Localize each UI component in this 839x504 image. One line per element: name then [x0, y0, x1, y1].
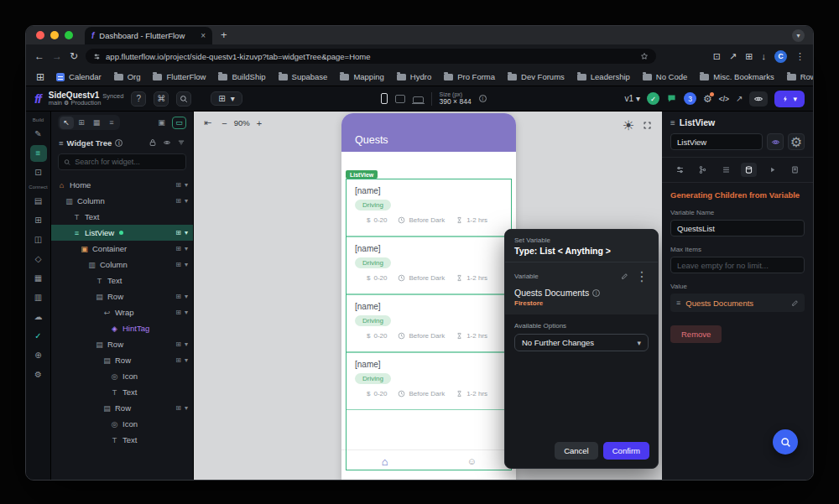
- help-button[interactable]: ?: [131, 91, 146, 107]
- fit-view-icon[interactable]: [643, 121, 652, 130]
- remove-button[interactable]: Remove: [670, 325, 722, 343]
- tree-node[interactable]: ▤ Row ⊞ ▾: [51, 336, 193, 352]
- filter-icon[interactable]: [177, 138, 185, 147]
- version-dropdown[interactable]: v1▾: [624, 94, 640, 103]
- forward-button[interactable]: →: [52, 51, 62, 61]
- tree-node[interactable]: ⌂ Home ⊞ ▾: [51, 177, 193, 193]
- widget-search-input[interactable]: [75, 158, 180, 166]
- bookmark-item[interactable]: Leadership: [577, 72, 630, 81]
- share-icon[interactable]: ↗: [729, 51, 737, 62]
- view-code-icon[interactable]: </>: [719, 95, 729, 103]
- tree-node[interactable]: ▥ Column ⊞ ▾: [51, 193, 193, 209]
- data-types-icon[interactable]: ▤: [30, 193, 47, 210]
- apps-grid-icon[interactable]: ⊞: [36, 72, 44, 82]
- tree-node[interactable]: ▤ Row ⊞ ▾: [51, 288, 193, 304]
- bookmark-item[interactable]: Supabase: [279, 72, 328, 81]
- node-menu-chevron-icon[interactable]: ▾: [185, 404, 188, 412]
- reload-button[interactable]: ↻: [70, 51, 78, 61]
- cancel-button[interactable]: Cancel: [555, 442, 598, 460]
- zoom-out-button[interactable]: −: [221, 118, 227, 128]
- tree-node[interactable]: ↩ Wrap ⊞ ▾: [51, 304, 193, 320]
- edit-variable-icon[interactable]: [621, 273, 628, 280]
- add-child-icon[interactable]: ⊞: [175, 197, 181, 205]
- storyboard-icon[interactable]: ⊡: [30, 164, 47, 181]
- variable-name-input[interactable]: [670, 220, 805, 236]
- tablet-preview-icon[interactable]: [395, 95, 405, 103]
- minimize-window-button[interactable]: [50, 31, 59, 39]
- global-search-fab[interactable]: [773, 429, 798, 455]
- add-child-icon[interactable]: ⊞: [175, 181, 181, 189]
- tree-node[interactable]: ◎ Icon ⊞ ▾: [51, 368, 193, 384]
- integrations-icon[interactable]: ◇: [30, 251, 47, 268]
- tree-node[interactable]: ▣ Container ⊞ ▾: [51, 241, 193, 257]
- desktop-preview-icon[interactable]: [413, 96, 424, 103]
- run-button[interactable]: ▾: [774, 91, 805, 107]
- select-tool-icon[interactable]: ↖: [60, 117, 74, 129]
- fullscreen-window-button[interactable]: [65, 31, 73, 39]
- tab-search-icon[interactable]: ▾: [792, 29, 805, 42]
- quest-card[interactable]: [name] Driving $0-20 Before Dark 1-2 hrs: [346, 352, 512, 410]
- tree-node[interactable]: ▤ Row ⊞ ▾: [51, 400, 193, 416]
- settings-gear-icon[interactable]: ⚙: [703, 94, 712, 104]
- max-items-input[interactable]: [670, 257, 805, 273]
- page-editor-icon[interactable]: ✎: [30, 126, 47, 143]
- widget-settings-icon[interactable]: ⚙: [788, 133, 805, 150]
- add-child-icon[interactable]: ⊞: [175, 356, 181, 364]
- address-bar[interactable]: app.flutterflow.io/project/side-questv1-…: [86, 49, 656, 64]
- flutterflow-logo[interactable]: ff: [34, 91, 41, 106]
- widget-name-input[interactable]: [670, 133, 763, 150]
- bookmark-item[interactable]: BuildShip: [218, 72, 265, 81]
- bookmark-item[interactable]: Hydro: [397, 72, 431, 81]
- visibility-icon[interactable]: [163, 138, 171, 147]
- node-menu-chevron-icon[interactable]: ▾: [185, 245, 188, 252]
- custom-functions-icon[interactable]: ▥: [30, 289, 47, 306]
- bookmark-item[interactable]: Org: [114, 72, 141, 81]
- cloud-functions-icon[interactable]: ☁: [30, 309, 47, 325]
- lock-icon[interactable]: [149, 138, 157, 147]
- animations-tab-icon[interactable]: [764, 163, 780, 177]
- tree-node[interactable]: T Text ⊞ ▾: [51, 273, 193, 288]
- settings-icon[interactable]: ⚙: [30, 366, 47, 383]
- tree-node[interactable]: ▥ Column ⊞ ▾: [51, 257, 193, 273]
- node-menu-chevron-icon[interactable]: ▾: [185, 293, 188, 300]
- node-menu-chevron-icon[interactable]: ▾: [185, 197, 188, 205]
- search-button[interactable]: [176, 91, 191, 107]
- quest-card[interactable]: [name] Driving $0-20 Before Dark 1-2 hrs: [346, 179, 512, 236]
- downloads-icon[interactable]: ↓: [762, 51, 767, 61]
- preview-eye-icon[interactable]: [749, 91, 768, 107]
- home-nav-icon[interactable]: ⌂: [382, 456, 388, 467]
- extensions-icon[interactable]: ⊞: [745, 51, 753, 62]
- tree-node[interactable]: ◎ Icon ⊞ ▾: [51, 416, 193, 432]
- quest-card[interactable]: [name] Driving $0-20 Before Dark 1-2 hrs: [346, 236, 512, 294]
- browser-tab[interactable]: f Dashboard - FlutterFlow ×: [85, 27, 212, 44]
- environment-name[interactable]: Production: [70, 99, 101, 107]
- bookmark-item[interactable]: Pro Forma: [444, 72, 495, 81]
- bookmark-item[interactable]: FlutterFlow: [153, 72, 206, 81]
- bookmark-item[interactable]: Calendar: [56, 72, 102, 81]
- export-icon[interactable]: ↗: [736, 94, 743, 103]
- bookmark-item[interactable]: Misc. Bookmarks: [700, 72, 774, 81]
- widget-tree-icon[interactable]: ≡: [30, 145, 47, 162]
- side-panel-icon[interactable]: ⊡: [713, 51, 721, 62]
- tree-node[interactable]: T Text ⊞ ▾: [51, 432, 193, 448]
- generate-children-tab-icon[interactable]: [741, 163, 757, 177]
- sync-check-badge[interactable]: ✓: [647, 92, 659, 105]
- variable-menu-icon[interactable]: ⋮: [635, 268, 649, 284]
- size-info-icon[interactable]: i: [479, 95, 487, 102]
- node-menu-chevron-icon[interactable]: ▾: [185, 309, 188, 316]
- branch-name[interactable]: main: [49, 99, 62, 107]
- comments-icon[interactable]: [666, 93, 677, 104]
- add-child-icon[interactable]: ⊞: [175, 340, 181, 348]
- phone-preview[interactable]: Quests [name] Driving $0-20 Before Dark: [341, 113, 516, 480]
- node-menu-chevron-icon[interactable]: ▾: [185, 181, 188, 189]
- add-child-icon[interactable]: ⊞: [175, 404, 181, 412]
- firestore-icon[interactable]: ◫: [30, 231, 47, 248]
- add-child-icon[interactable]: ⊞: [175, 245, 181, 252]
- bookmark-item[interactable]: Rowy: [787, 72, 813, 81]
- confirm-button[interactable]: Confirm: [603, 442, 649, 460]
- add-child-icon[interactable]: ⊞: [175, 229, 181, 236]
- profile-nav-icon[interactable]: ☺: [467, 457, 477, 466]
- node-menu-chevron-icon[interactable]: ▾: [185, 261, 188, 268]
- conditional-visibility-icon[interactable]: [767, 133, 784, 150]
- node-menu-chevron-icon[interactable]: ▾: [185, 340, 188, 348]
